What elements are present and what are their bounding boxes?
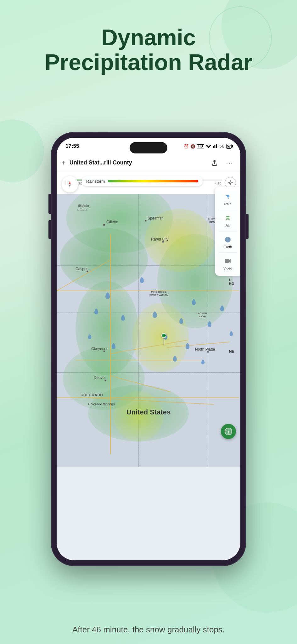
- svg-rect-1: [214, 145, 215, 148]
- city-label-northplatte: North Platte: [195, 347, 215, 352]
- precipitation-overlay: [57, 171, 240, 467]
- svg-marker-4: [69, 184, 71, 188]
- rainstorm-legend[interactable]: Rainstorm: [82, 176, 203, 186]
- rainstorm-gradient-bar: [108, 180, 198, 182]
- state-label-ne: NE: [229, 349, 234, 354]
- state-label-colorado: COLORADO: [81, 393, 103, 397]
- globe-button[interactable]: [221, 424, 236, 439]
- rainstorm-label: Rainstorm: [86, 179, 105, 184]
- more-button[interactable]: ···: [224, 157, 235, 169]
- state-label-uko: UKO: [229, 278, 234, 286]
- hero-title: Dynamic Precipitation Radar: [0, 25, 297, 75]
- rain-label: Rain: [224, 202, 232, 206]
- panel-item-video[interactable]: Video: [215, 253, 240, 273]
- air-label: Air: [226, 224, 230, 227]
- dynamic-island: [130, 142, 167, 153]
- city-label-rapidcity: Rapid City: [151, 237, 168, 242]
- svg-marker-3: [69, 181, 71, 184]
- phone-outer: 17:55 ⏰ 🔇 HD 5G 57: [51, 132, 246, 566]
- add-button[interactable]: +: [62, 159, 66, 167]
- bg-decoration-3: [0, 119, 44, 182]
- svg-rect-2: [216, 144, 217, 148]
- phone-screen: 17:55 ⏰ 🔇 HD 5G 57: [57, 138, 240, 560]
- map-area: Gillette Spearfish Rapid City Casper Che…: [57, 171, 240, 467]
- side-panel: Rain Air: [215, 187, 240, 276]
- bottom-caption: After 46 minute, the snow gradually stop…: [0, 625, 297, 635]
- reservation-rosebud: ROSEBRESE: [198, 312, 207, 319]
- air-icon: [223, 214, 232, 223]
- city-label-denver: Denver: [94, 375, 106, 380]
- time-label-4: 4:50: [215, 182, 221, 186]
- city-label-gillette: Gillette: [106, 220, 118, 224]
- video-icon: [223, 257, 232, 265]
- phone-mockup: 17:55 ⏰ 🔇 HD 5G 57: [51, 132, 246, 566]
- earth-label: Earth: [224, 245, 232, 249]
- status-icons: ⏰ 🔇 HD 5G 57: [184, 144, 232, 149]
- svg-point-15: [229, 182, 231, 184]
- city-dot-gillette: [103, 224, 105, 226]
- sound-icon: 🔇: [190, 144, 195, 149]
- city-dot-spearfish: [145, 220, 147, 222]
- battery-indicator: 57: [226, 144, 232, 149]
- hero-title-line2: Precipitation Radar: [13, 50, 284, 75]
- city-label-coloradosprings: Colorado Springs: [88, 402, 109, 406]
- alarm-icon: ⏰: [184, 144, 189, 149]
- 5g-label: 5G: [220, 144, 225, 148]
- share-button[interactable]: [209, 157, 220, 169]
- svg-point-5: [226, 195, 227, 196]
- rain-icon: [223, 192, 232, 201]
- signal-label: [213, 144, 218, 149]
- svg-point-7: [227, 198, 227, 198]
- wifi-icon: [206, 144, 211, 149]
- video-label: Video: [223, 266, 232, 270]
- city-label-buffalo: uffalo: [77, 208, 87, 212]
- battery-level: 57: [227, 145, 231, 148]
- hero-title-line1: Dynamic: [13, 25, 284, 50]
- panel-item-air[interactable]: Air: [215, 211, 240, 230]
- panel-item-earth[interactable]: Earth: [215, 232, 240, 252]
- city-label-cheyenne: Cheyenne: [91, 347, 109, 351]
- svg-rect-10: [225, 259, 229, 263]
- hd-badge: HD: [197, 144, 204, 148]
- svg-point-8: [228, 198, 229, 199]
- app-header: + United Stat...rill County ···: [57, 155, 240, 171]
- earth-icon: [223, 235, 232, 244]
- status-time: 17:55: [65, 143, 79, 149]
- header-title: United Stat...rill County: [70, 159, 205, 166]
- reservation-pine-ridge: PINE RIDGERESERVATION: [149, 291, 168, 297]
- city-label-spearfish: Spearfish: [148, 216, 164, 220]
- city-label-casper: Casper: [76, 267, 88, 271]
- svg-rect-0: [213, 146, 214, 148]
- location-pin: [161, 333, 166, 346]
- compass[interactable]: [62, 176, 78, 192]
- country-label-us: United States: [57, 408, 240, 416]
- region-label-buffalo: uffalo: [81, 204, 89, 208]
- panel-item-rain[interactable]: Rain: [215, 189, 240, 209]
